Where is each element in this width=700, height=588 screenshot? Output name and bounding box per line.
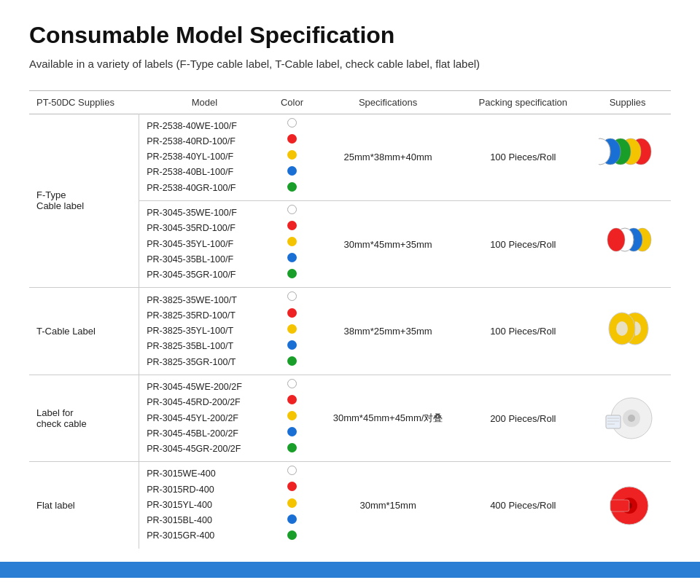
model-cell: PR-3045-45WE-200/2FPR-3045-45RD-200/2FPR… xyxy=(139,375,270,461)
red-dot xyxy=(287,134,297,144)
svg-point-15 xyxy=(607,228,625,251)
spec-cell: 25mm*38mm+40mm xyxy=(314,114,462,200)
col-header-supplies: PT-50DC Supplies xyxy=(29,90,139,114)
blue-dot xyxy=(287,166,297,176)
blue-dot xyxy=(287,514,297,524)
bottom-bar xyxy=(0,562,700,578)
yellow-dot xyxy=(287,150,297,160)
svg-rect-24 xyxy=(606,415,621,428)
model-cell: PR-3015WE-400PR-3015RD-400PR-3015YL-400P… xyxy=(139,462,270,549)
green-dot xyxy=(287,182,297,192)
blue-dot xyxy=(287,253,297,262)
model-cell: PR-2538-40WE-100/FPR-2538-40RD-100/FPR-2… xyxy=(139,114,270,200)
col-header-specifications: Specifications xyxy=(314,90,462,114)
packing-cell: 100 Pieces/Roll xyxy=(462,288,584,375)
color-cell xyxy=(270,288,314,375)
svg-point-23 xyxy=(628,415,635,422)
spec-cell: 30mm*45mm+35mm xyxy=(314,200,462,287)
model-cell: PR-3045-35WE-100/FPR-3045-35RD-100/FPR-3… xyxy=(139,200,270,287)
table-header-row: PT-50DC Supplies Model Color Specificati… xyxy=(29,90,671,114)
color-cell xyxy=(270,375,314,461)
spec-table: PT-50DC Supplies Model Color Specificati… xyxy=(29,90,671,549)
packing-cell: 200 Pieces/Roll xyxy=(462,375,584,461)
yellow-dot xyxy=(287,411,297,420)
green-dot xyxy=(287,269,297,278)
model-cell: PR-3825-35WE-100/TPR-3825-35RD-100/TPR-3… xyxy=(139,288,270,375)
label-cell-3: Flat label xyxy=(29,462,139,549)
supply-image-flat xyxy=(599,482,657,529)
red-dot xyxy=(287,395,297,404)
col-header-packing: Packing specification xyxy=(462,90,584,114)
col-header-model: Model xyxy=(139,90,270,114)
blue-dot xyxy=(287,427,297,436)
label-cell-1: T-Cable Label xyxy=(29,288,139,375)
yellow-dot xyxy=(287,498,297,508)
green-dot xyxy=(287,530,297,540)
page-container: Consumable Model Specification Available… xyxy=(0,0,700,549)
red-dot xyxy=(287,482,297,491)
yellow-dot xyxy=(287,324,297,334)
svg-point-20 xyxy=(616,321,628,336)
supply-image-rolls3045 xyxy=(599,221,657,268)
col-header-color: Color xyxy=(270,90,314,114)
packing-cell: 100 Pieces/Roll xyxy=(462,200,584,287)
white-dot xyxy=(287,466,297,475)
white-dot xyxy=(287,118,297,128)
label-cell-0: F-TypeCable label xyxy=(29,114,139,288)
spec-cell: 38mm*25mm+35mm xyxy=(314,288,462,375)
white-dot xyxy=(287,291,297,301)
packing-cell: 400 Pieces/Roll xyxy=(462,462,584,549)
color-cell xyxy=(270,462,314,549)
red-dot xyxy=(287,221,297,230)
green-dot xyxy=(287,443,297,452)
yellow-dot xyxy=(287,237,297,246)
color-cell xyxy=(270,200,314,287)
supply-img-cell xyxy=(584,288,671,375)
spec-cell: 30mm*15mm xyxy=(314,462,462,549)
white-dot xyxy=(287,379,297,388)
blue-dot xyxy=(287,340,297,350)
col-header-supplies-img: Supplies xyxy=(584,90,671,114)
page-title: Consumable Model Specification xyxy=(29,22,671,49)
supply-img-cell xyxy=(584,114,671,200)
page-subtitle: Available in a variety of labels (F-Type… xyxy=(29,56,671,73)
packing-cell: 100 Pieces/Roll xyxy=(462,114,584,200)
supply-img-cell xyxy=(584,375,671,461)
supply-img-cell xyxy=(584,200,671,287)
green-dot xyxy=(287,356,297,366)
supply-image-tcable xyxy=(599,307,657,355)
white-dot xyxy=(287,205,297,214)
supply-img-cell xyxy=(584,462,671,549)
svg-rect-31 xyxy=(610,500,629,511)
red-dot xyxy=(287,308,297,318)
supply-image-check xyxy=(599,395,657,442)
label-cell-2: Label forcheck cable xyxy=(29,375,139,461)
spec-cell: 30mm*45mm+45mm/对叠 xyxy=(314,375,462,461)
color-cell xyxy=(270,114,314,200)
supply-image-ftype xyxy=(599,133,657,181)
